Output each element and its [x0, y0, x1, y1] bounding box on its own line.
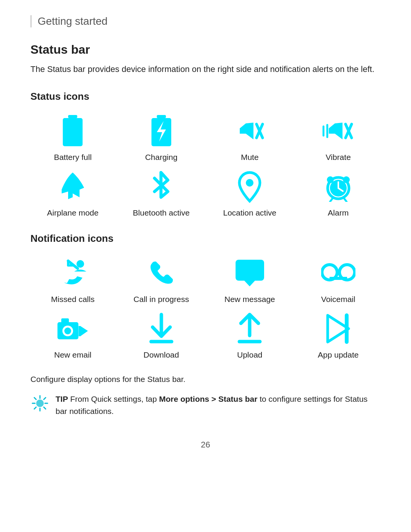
svg-rect-28 — [330, 277, 347, 280]
status-icons-grid: Battery full Charging Mute — [30, 114, 381, 217]
airplane-mode-label: Airplane mode — [47, 208, 99, 217]
svg-line-20 — [330, 199, 332, 202]
icon-item-battery-full: Battery full — [30, 114, 115, 162]
svg-marker-33 — [80, 326, 88, 336]
voicemail-label: Voicemail — [321, 295, 355, 304]
bluetooth-label: Bluetooth active — [133, 208, 190, 217]
call-in-progress-label: Call in progress — [134, 295, 189, 304]
vibrate-icon — [321, 114, 355, 148]
tip-text-part1: From Quick settings, tap — [68, 395, 159, 403]
airplane-mode-icon — [56, 169, 90, 204]
svg-point-31 — [64, 328, 71, 334]
mute-icon — [233, 114, 267, 148]
svg-line-21 — [344, 199, 347, 202]
svg-line-48 — [44, 398, 46, 399]
download-icon — [144, 312, 178, 346]
notification-icons-subtitle: Notification icons — [30, 233, 381, 244]
svg-line-46 — [34, 398, 36, 399]
svg-point-13 — [246, 179, 253, 187]
svg-rect-2 — [157, 115, 166, 118]
call-in-progress-icon — [144, 256, 178, 290]
tip-box: TIP From Quick settings, tap More option… — [30, 393, 381, 417]
tip-text-paragraph: TIP From Quick settings, tap More option… — [56, 393, 381, 417]
icon-item-bluetooth: Bluetooth active — [119, 169, 204, 217]
missed-calls-label: Missed calls — [51, 295, 94, 304]
battery-full-label: Battery full — [54, 153, 92, 162]
tip-icon — [30, 394, 49, 413]
status-bar-description: The Status bar provides device informati… — [30, 63, 381, 75]
mute-label: Mute — [241, 153, 259, 162]
icon-item-mute: Mute — [207, 114, 292, 162]
icon-item-missed-calls: Missed calls — [30, 256, 115, 304]
upload-icon — [233, 312, 267, 346]
bluetooth-icon — [144, 169, 178, 204]
icon-item-voicemail: Voicemail — [296, 256, 381, 304]
page-header: Getting started — [30, 15, 381, 27]
svg-point-41 — [36, 399, 44, 407]
location-label: Location active — [223, 208, 276, 217]
tip-label: TIP — [56, 395, 68, 403]
app-update-label: App update — [318, 350, 358, 359]
charging-label: Charging — [145, 153, 177, 162]
icon-item-alarm: Alarm — [296, 169, 381, 217]
icon-item-upload: Upload — [207, 312, 292, 359]
alarm-label: Alarm — [328, 208, 349, 217]
download-label: Download — [143, 350, 179, 359]
notification-icons-grid: Missed calls Call in progress New messag… — [30, 256, 381, 359]
battery-full-icon — [56, 114, 90, 148]
status-bar-title: Status bar — [30, 43, 381, 57]
icon-item-charging: Charging — [119, 114, 204, 162]
icon-item-app-update: App update — [296, 312, 381, 359]
svg-rect-1 — [63, 118, 83, 146]
svg-marker-5 — [240, 123, 253, 139]
svg-marker-8 — [329, 123, 342, 139]
tip-bold: More options > Status bar — [159, 395, 257, 403]
alarm-icon — [321, 169, 355, 204]
icon-item-airplane-mode: Airplane mode — [30, 169, 115, 217]
svg-rect-24 — [236, 260, 264, 281]
configure-text: Configure display options for the Status… — [30, 375, 381, 384]
svg-line-47 — [44, 407, 46, 409]
svg-point-19 — [343, 176, 350, 183]
upload-label: Upload — [237, 350, 263, 359]
icon-item-call-in-progress: Call in progress — [119, 256, 204, 304]
svg-point-23 — [76, 260, 84, 268]
app-update-icon — [321, 312, 355, 346]
missed-calls-icon — [56, 256, 90, 290]
page-header-title: Getting started — [38, 15, 108, 27]
new-email-label: New email — [54, 350, 91, 359]
svg-rect-0 — [68, 115, 77, 118]
voicemail-icon — [321, 256, 355, 290]
icon-item-new-message: New message — [207, 256, 292, 304]
location-icon — [233, 169, 267, 204]
new-email-icon — [56, 312, 90, 346]
new-message-icon — [233, 256, 267, 290]
icon-item-new-email: New email — [30, 312, 115, 359]
icon-item-location: Location active — [207, 169, 292, 217]
icon-item-vibrate: Vibrate — [296, 114, 381, 162]
vibrate-label: Vibrate — [326, 153, 351, 162]
page-number: 26 — [30, 440, 381, 450]
svg-line-49 — [34, 407, 36, 409]
svg-marker-25 — [244, 281, 255, 286]
new-message-label: New message — [225, 295, 275, 304]
svg-rect-32 — [61, 318, 69, 323]
icon-item-download: Download — [119, 312, 204, 359]
svg-point-18 — [327, 176, 334, 183]
status-icons-subtitle: Status icons — [30, 91, 381, 102]
charging-icon — [144, 114, 178, 148]
